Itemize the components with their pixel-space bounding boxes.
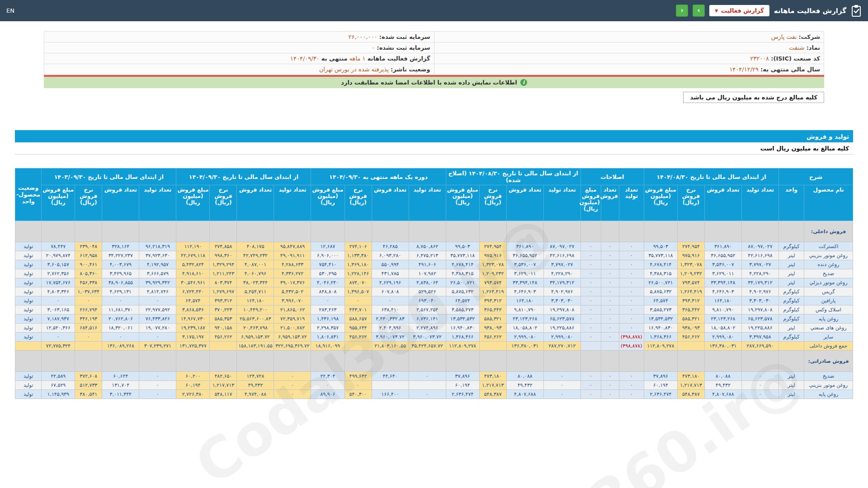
value-cell: ۴۲,۶۱۶,۶۹۸ <box>741 251 778 260</box>
value-cell: ۰ <box>601 381 619 390</box>
value-cell: ۹۴۰,۱۵۸ <box>210 324 237 333</box>
column-header: مبلغ فروش (میلیون ریال) <box>644 185 677 221</box>
prev-report-button[interactable]: ‹ <box>676 5 688 17</box>
value-cell: ۱۱۲,۸۰۹,۲۷۸ <box>644 342 677 351</box>
empty-cell <box>274 221 311 242</box>
status-cell: تولید <box>15 269 42 278</box>
value-cell: ۰ <box>75 296 102 305</box>
value-cell: ۴,۰۶۰,۷۹۶ <box>237 269 274 278</box>
value-cell: ۴۷۳,۱۸۰ <box>479 372 506 381</box>
value-cell <box>601 342 619 351</box>
empty-cell <box>704 351 741 372</box>
value-cell: ۱۸,۰۵۸,۸۰۲ <box>506 324 543 333</box>
value-cell: ۹۵۵,۶۴۴ <box>344 324 372 333</box>
empty-cell <box>42 351 75 372</box>
value-cell: ۳۹۳,۳۱۲ <box>479 296 506 305</box>
value-cell: ۲,۲۷۴,۸۹۶ <box>409 324 446 333</box>
value-cell: ۱۹,۲۳۹,۱۸۷ <box>176 324 210 333</box>
value-cell: ۵,۸۷۵,۶۳۲ <box>644 287 677 296</box>
value-cell: ۳,۵۸۵,۲۷۳ <box>446 305 479 314</box>
column-header: مبلغ فروش (میلیون ریال) <box>176 185 210 221</box>
status-cell: تولید <box>15 278 42 287</box>
empty-cell <box>42 221 75 242</box>
production-sales-table: شرحاز ابتدای سال مالی تا تاریخ ۱۴۰۴/۰۸/۳… <box>15 168 853 399</box>
unit-cell <box>778 342 804 351</box>
value-cell: ۶۴,۵۷۴ <box>446 296 479 305</box>
value-cell: ۵۸۸,۶۵۷ <box>344 314 372 324</box>
value-cell: ۹۵,۸۴۷,۸۸۹ <box>274 242 311 251</box>
value-cell: ۴۲,۷۴۹,۲۳۲ <box>237 251 274 260</box>
language-toggle-en[interactable]: EN <box>6 7 14 14</box>
fiscal-year-value: ۱۴۰۴/۱۲/۲۹ <box>729 66 759 73</box>
column-header: تعداد فروش <box>372 185 409 221</box>
isic-cell: کد صنعت (ISIC): ۲۳۲۰۰۸ <box>434 53 824 64</box>
value-cell: ۶,۰۹۳,۲۸۰ <box>372 251 409 260</box>
empty-cell <box>778 351 804 372</box>
value-cell: ۴,۰۴۶,۲۴۰ <box>311 278 344 287</box>
value-cell: ۵۴۸,۳۸۷ <box>479 390 506 399</box>
value-cell: ۱,۳۶۸,۳۶۶ <box>644 333 677 342</box>
value-cell: ۳۰,۵۴۶,۹۶۱ <box>176 278 210 287</box>
value-cell: ۱۳,۵۳۴,۵۳۲ <box>446 314 479 324</box>
value-cell: ۳۴۶,۱۹۳ <box>75 314 102 324</box>
next-report-button[interactable]: › <box>693 5 705 17</box>
status-cell: تولید <box>15 372 42 381</box>
value-cell: ۶۰,۱۹۴ <box>446 381 479 390</box>
value-cell: ۲,۷۲۶,۳۸۰ <box>176 390 210 399</box>
table-row: ضديخلیتر۴,۲۲۸,۲۹۰۳,۶۲۹,۰۱۱۱,۲۰۹,۲۳۲۴,۳۸۸… <box>15 269 853 278</box>
product-name-cell: ضديخ <box>804 269 853 278</box>
empty-cell <box>619 221 644 242</box>
value-cell: ۱۲,۶۸۷ <box>311 242 344 251</box>
value-cell: ۰ <box>580 242 601 251</box>
value-cell: ۱۲۴,۷۲۸ <box>237 372 274 381</box>
info-row: سال مالی منتهی به: ۱۴۰۴/۱۲/۲۹ وضعیت ناشر… <box>44 64 824 75</box>
value-cell: ۹۳۸,۰۹۳ <box>677 324 704 333</box>
value-cell: ۶۵,۶۲۳,۵۷۸ <box>543 314 580 324</box>
empty-cell <box>311 221 344 242</box>
value-cell: (۳۹۸,۸۷۸) <box>619 333 644 342</box>
value-cell <box>677 342 704 351</box>
value-cell: ۷۹۳,۵۷۴ <box>479 278 506 287</box>
info-icon: i <box>520 79 527 86</box>
info-row: نماد: شنفت سرمایه ثبت نشده: ۰ <box>44 42 824 53</box>
table-row: پارافینکیلوگرم۳,۳۰۳,۰۳۰۱۶۴,۱۸۰۳۹۳,۳۱۲۶۴,… <box>15 296 853 305</box>
unit-cell: کیلوگرم <box>778 333 804 342</box>
empty-cell <box>677 351 704 372</box>
value-cell: ۶۴,۵۷۴ <box>176 296 210 305</box>
table-row: روغن های صنعتيلیتر۱۹,۲۲۵,۸۸۶۱۸,۰۵۸,۸۰۲۹۳… <box>15 324 853 333</box>
value-cell: ۱۳۱,۷۰۴ <box>102 381 139 390</box>
value-cell: ۶,۹۵۹,۱۵۳.۷۲ <box>237 333 274 342</box>
value-cell: ۲۳,۱۲۳,۲۶۸ <box>704 314 741 324</box>
value-cell: ۰ <box>601 269 619 278</box>
value-cell: ۶,۷۲۴,۴۴۰ <box>176 287 210 296</box>
status-cell: تولید <box>15 251 42 260</box>
table-row: روغن موتور بنزينيلیتر۴۲,۶۱۶,۶۹۸۳۶,۶۵۵,۹۵… <box>15 251 853 260</box>
product-name-cell: روغن دنده <box>804 260 853 269</box>
status-cell: تولید <box>15 390 42 399</box>
value-cell: ۳۴,۲۲۷,۲۳۷ <box>102 251 139 260</box>
value-cell: ۳۶۵,۴۴۲ <box>479 305 506 314</box>
empty-cell <box>15 221 42 242</box>
value-cell: ۱۱,۶۸۱,۳۷۰ <box>102 305 139 314</box>
value-cell: ۲۶,۵۰۰,۷۲۱ <box>446 278 479 287</box>
info-row: شرکت: نفت پارس سرمایه ثبت شده: ۲۶,۰۰۰,۰۰… <box>44 32 824 42</box>
value-cell: ۳۵,۴۲۴,۶۵۷.۷۲ <box>409 342 446 351</box>
value-cell: ۱,۲۰۹,۲۳۲ <box>677 269 704 278</box>
value-cell: ۶۷,۵۲۹ <box>42 381 75 390</box>
value-cell: ۰ <box>42 296 75 305</box>
column-header: مبلغ فروش (میلیون ریال) <box>446 185 479 221</box>
table-row: ضديخلیتر۰۸۰,۰۸۸۴۷۳,۱۸۰۳۷,۸۹۶۰۰۰۰۸۰,۰۸۸۴۷… <box>15 372 853 381</box>
report-type-dropdown[interactable]: گزارش فعالیت ▼ <box>709 5 769 16</box>
value-cell: ۳,۹۹۶,۰۷۰ <box>274 296 311 305</box>
value-cell: ۳,۸۶۸,۵۳۶ <box>176 305 210 314</box>
empty-cell <box>75 351 102 372</box>
value-cell: ۴,۸۰۷,۶۸۸ <box>506 390 543 399</box>
empty-cell <box>210 221 237 242</box>
value-cell: ۳۹۳,۳۱۲ <box>210 296 237 305</box>
total-label-cell: جمع فروش داخلی <box>804 342 853 351</box>
product-name-cell: اکسترکت <box>804 242 853 251</box>
value-cell: ۱,۱۳۳,۳۸۰ <box>344 251 372 260</box>
company-label: شرکت: <box>799 33 820 40</box>
empty-cell <box>409 351 446 372</box>
value-cell: ۳,۳۹۷,۹۵۸ <box>741 333 778 342</box>
